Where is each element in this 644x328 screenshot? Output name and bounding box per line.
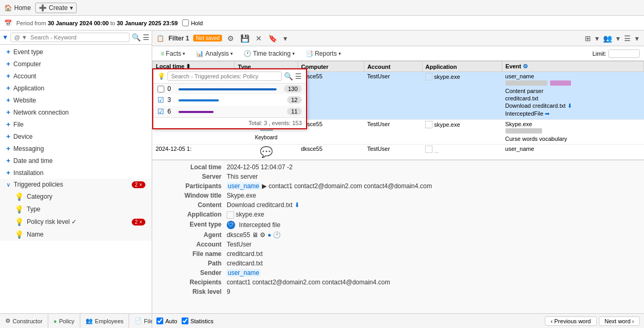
reports-icon: 📑 <box>305 50 313 57</box>
filter-sub-name[interactable]: 💡 Name <box>0 228 152 241</box>
policy-item-3[interactable]: ☑ 3 12 <box>153 94 306 106</box>
users-caret-button[interactable]: ▾ <box>615 33 621 44</box>
app-icon <box>425 73 432 80</box>
detail-value-agent: dksce55 🖥 ⚙ ● 🕐 <box>227 231 638 239</box>
tab-label: Constructor <box>13 318 43 324</box>
filter-item-event-type[interactable]: + Event type <box>0 46 152 58</box>
expand-icon: + <box>6 157 10 165</box>
filter-item-date-and-time[interactable]: + Date and time <box>0 155 152 167</box>
clock-icon: 🕐 <box>273 231 281 239</box>
grid-view-button[interactable]: ⊞ <box>584 33 592 44</box>
app-icon <box>425 121 432 128</box>
filter-item-messaging[interactable]: + Messaging <box>0 142 152 155</box>
filter-title-icon: 📋 <box>156 35 164 42</box>
detail-row-sender: Sender user_name <box>152 268 644 278</box>
hold-checkbox-container[interactable]: Hold <box>182 19 203 26</box>
detail-row-event-type: Event type 🛡 Intercepted file <box>152 220 644 230</box>
filter-item-file[interactable]: + File <box>0 118 152 130</box>
tab-employees[interactable]: 👥 Employees <box>80 314 129 328</box>
cell-event: user_name <box>502 145 644 160</box>
home-button[interactable]: 🏠 Home <box>4 4 31 12</box>
policy-list-button[interactable]: ☰ <box>295 72 302 80</box>
filter-label: Policy risk level ✓ <box>27 218 77 226</box>
detail-value-sender: user_name <box>227 269 638 276</box>
cell-application: skype.exe <box>422 72 502 120</box>
filter-item-device[interactable]: + Device <box>0 130 152 142</box>
event-type-icon: 🛡 <box>227 221 235 229</box>
search-button[interactable]: 🔍 <box>132 33 141 42</box>
policy-value: 3 <box>167 96 171 104</box>
detail-value-file-name: creditcard.txt <box>227 250 638 258</box>
filter-item-network-connection[interactable]: + Network connection <box>0 106 152 118</box>
keyword-search-input[interactable] <box>10 33 130 42</box>
filter-sub-type[interactable]: 💡 Type <box>0 203 152 216</box>
policy-search-button[interactable]: 🔍 <box>284 72 293 80</box>
filter-label: File <box>14 121 24 128</box>
period-label: Period from 30 January 2024 00:00 to 30 … <box>16 20 178 26</box>
filter-item-installation[interactable]: + Installation <box>0 167 152 179</box>
table-row[interactable]: 2024-12-05 1: 💬 dksce55 TestUser <box>153 145 644 160</box>
not-saved-badge: Not saved <box>193 35 222 42</box>
bookmark-button[interactable]: 🔖 <box>267 33 278 44</box>
cell-type: 💬 <box>235 145 298 160</box>
filter-item-computer[interactable]: + Computer <box>0 58 152 70</box>
policy-item-0[interactable]: 0 130 <box>153 84 306 94</box>
tab-constructor[interactable]: ⚙ Constructor <box>0 314 48 328</box>
policy-popup: 💡 🔍 ☰ 0 130 ☑ 3 12 <box>152 68 307 129</box>
expand-icon: + <box>6 96 10 104</box>
chevron-right-icon: › <box>632 318 634 324</box>
hold-checkbox[interactable] <box>182 19 189 26</box>
statistics-check[interactable]: Statistics <box>182 317 214 324</box>
detail-row-file-name: File name creditcard.txt <box>152 249 644 259</box>
plus-icon: ➕ <box>39 4 47 12</box>
time-tracking-button[interactable]: 🕐 Time tracking ▾ <box>239 49 299 58</box>
analysis-button[interactable]: 📊 Analysis ▾ <box>192 49 237 58</box>
create-button[interactable]: ➕ Create ▾ <box>35 3 77 13</box>
filter-item-triggered-policies[interactable]: ∨ Triggered policies 2 × <box>0 179 152 190</box>
filter-sub-category[interactable]: 💡 Category <box>0 190 152 203</box>
filter-label: Event type <box>14 48 44 56</box>
detail-row-participants: Participants user_name ▶ contact1 contac… <box>152 181 644 191</box>
download-icon: ⬇ <box>294 201 300 209</box>
policy-count-3: 12 <box>287 96 302 104</box>
next-word-button[interactable]: Next word › <box>599 316 640 326</box>
save-button[interactable]: 💾 <box>239 33 250 44</box>
auto-check[interactable]: Auto <box>156 317 177 324</box>
expand-icon: + <box>6 48 10 56</box>
list-view-button[interactable]: ☰ <box>143 33 150 42</box>
policy-search-input[interactable] <box>167 71 282 81</box>
grid-caret-button[interactable]: ▾ <box>594 33 600 44</box>
prev-word-button[interactable]: ‹ Previous word <box>545 316 596 326</box>
detail-value-risk-level: 9 <box>227 288 638 295</box>
chevron-down-button[interactable]: ▾ <box>282 33 288 44</box>
statistics-checkbox[interactable] <box>182 317 188 324</box>
download-icon: ⬇ <box>567 102 572 109</box>
policy-item-6[interactable]: ☑ 6 11 <box>153 106 306 117</box>
files-icon: 📄 <box>134 317 142 324</box>
calendar-icon: 📅 <box>4 19 12 27</box>
filter-item-application[interactable]: + Application <box>0 82 152 94</box>
detail-value-server: This server <box>227 173 638 180</box>
policy-checkbox-0[interactable] <box>157 86 164 93</box>
cell-computer: dksce55 <box>298 72 364 120</box>
expand-icon: + <box>6 84 10 92</box>
filter-sub-policy-risk-level[interactable]: 💡 Policy risk level ✓ 2 × <box>0 216 152 228</box>
menu-caret-button[interactable]: ▾ <box>634 33 640 44</box>
menu-button[interactable]: ☰ <box>623 33 632 44</box>
users-button[interactable]: 👥 <box>602 33 613 44</box>
auto-checkbox[interactable] <box>156 317 163 324</box>
limit-input[interactable] <box>608 49 640 58</box>
close-filter-button[interactable]: ✕ <box>255 33 263 44</box>
name-icon: 💡 <box>15 230 24 239</box>
filter-item-website[interactable]: + Website <box>0 94 152 106</box>
filter-item-account[interactable]: + Account <box>0 70 152 82</box>
facts-button[interactable]: ≡ Facts ▾ <box>156 49 189 58</box>
tab-policy[interactable]: ● Policy <box>48 314 80 328</box>
detail-value-event-type: 🛡 Intercepted file <box>227 221 638 229</box>
reports-button[interactable]: 📑 Reports ▾ <box>301 49 345 58</box>
detail-row-content: Content Download creditcard.txt ⬇ <box>152 200 644 210</box>
settings-button[interactable]: ⚙ <box>226 33 235 44</box>
filter-label: Messaging <box>14 145 44 152</box>
event-settings-icon[interactable]: ⚙ <box>523 63 528 69</box>
analysis-label: Analysis <box>205 50 229 57</box>
